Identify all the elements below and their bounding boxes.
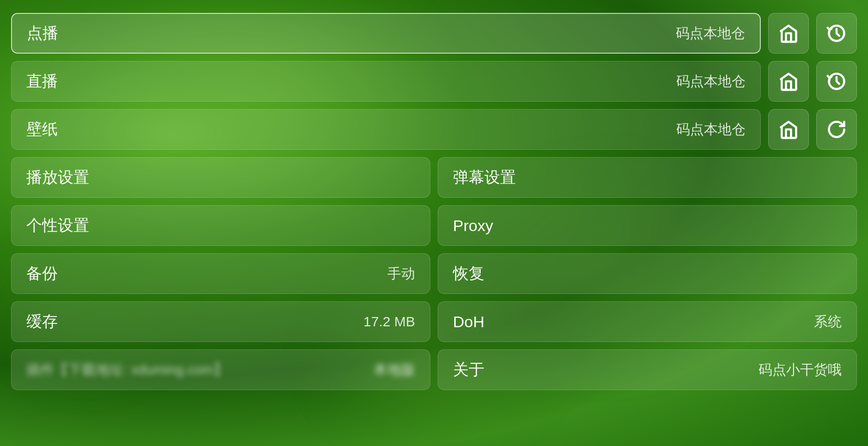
zhibo-value: 码点本地仓 (676, 72, 746, 91)
about-label: 关于 (453, 359, 758, 380)
row-bizhi: 壁纸 码点本地仓 (11, 109, 857, 150)
doh-label: DoH (453, 313, 814, 331)
zhibo-history-button[interactable] (816, 61, 857, 102)
bizhi-value: 码点本地仓 (676, 120, 746, 139)
plugin-value: 本地版 (373, 360, 415, 379)
row-plugin-about: 插件【下载地址: xduming.com】 本地版 关于 码点小干货哦 (11, 349, 857, 390)
restore-label: 恢复 (453, 263, 842, 284)
backup-label: 备份 (26, 263, 387, 284)
dianbao-home-button[interactable] (768, 13, 809, 54)
proxy-label: Proxy (453, 217, 842, 235)
dianbao-card[interactable]: 点播 码点本地仓 (11, 13, 761, 54)
custom-settings-label: 个性设置 (26, 215, 415, 236)
row-playback-danmu: 播放设置 弹幕设置 (11, 157, 857, 198)
backup-value: 手动 (387, 264, 415, 283)
row-dianbao: 点播 码点本地仓 (11, 13, 857, 54)
playback-settings-card[interactable]: 播放设置 (11, 157, 430, 198)
about-value: 码点小干货哦 (758, 360, 842, 379)
playback-settings-label: 播放设置 (26, 167, 415, 188)
bizhi-label: 壁纸 (26, 119, 676, 140)
doh-value: 系统 (814, 312, 842, 331)
bizhi-refresh-button[interactable] (816, 109, 857, 150)
row-cache-doh: 缓存 17.2 MB DoH 系统 (11, 301, 857, 342)
zhibo-home-button[interactable] (768, 61, 809, 102)
restore-card[interactable]: 恢复 (438, 253, 857, 294)
backup-card[interactable]: 备份 手动 (11, 253, 430, 294)
plugin-label: 插件【下载地址: xduming.com】 (26, 360, 373, 379)
dianbao-label: 点播 (27, 23, 676, 44)
main-container: 点播 码点本地仓 直播 码点本地仓 壁纸 码点本地仓 (0, 0, 868, 403)
bizhi-home-button[interactable] (768, 109, 809, 150)
proxy-card[interactable]: Proxy (438, 205, 857, 246)
cache-card[interactable]: 缓存 17.2 MB (11, 301, 430, 342)
zhibo-card[interactable]: 直播 码点本地仓 (11, 61, 761, 102)
about-card[interactable]: 关于 码点小干货哦 (438, 349, 857, 390)
row-custom-proxy: 个性设置 Proxy (11, 205, 857, 246)
cache-value: 17.2 MB (363, 314, 415, 330)
danmu-settings-label: 弹幕设置 (453, 167, 842, 188)
plugin-card[interactable]: 插件【下载地址: xduming.com】 本地版 (11, 349, 430, 390)
dianbao-value: 码点本地仓 (676, 24, 745, 43)
danmu-settings-card[interactable]: 弹幕设置 (438, 157, 857, 198)
bizhi-card[interactable]: 壁纸 码点本地仓 (11, 109, 761, 150)
row-zhibo: 直播 码点本地仓 (11, 61, 857, 102)
doh-card[interactable]: DoH 系统 (438, 301, 857, 342)
cache-label: 缓存 (26, 311, 363, 332)
dianbao-history-button[interactable] (816, 13, 857, 54)
custom-settings-card[interactable]: 个性设置 (11, 205, 430, 246)
zhibo-label: 直播 (26, 71, 676, 92)
row-backup-restore: 备份 手动 恢复 (11, 253, 857, 294)
